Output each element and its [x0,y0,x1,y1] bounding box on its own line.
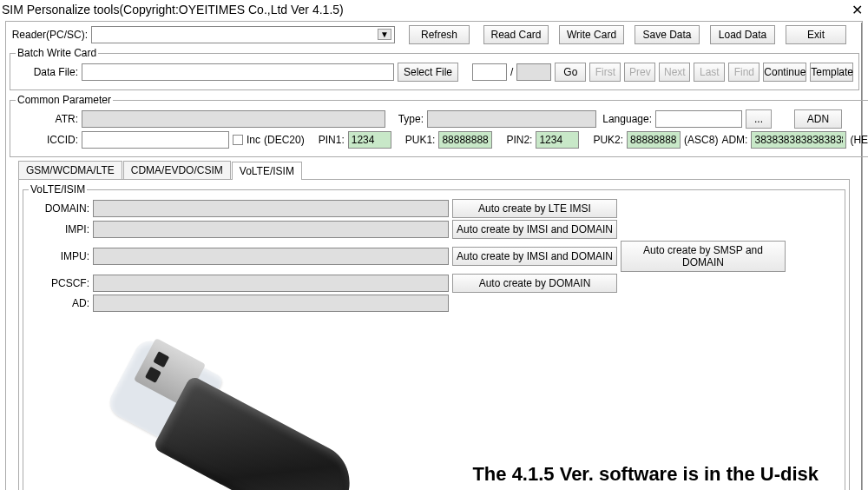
dec20-label: (DEC20) [264,134,305,146]
last-button[interactable]: Last [694,63,725,82]
pin2-label: PIN2: [506,134,532,146]
tab-cdma[interactable]: CDMA/EVDO/CSIM [123,161,231,179]
data-file-input[interactable] [82,63,394,81]
atr-label: ATR: [16,113,78,125]
pin1-input[interactable] [348,131,391,149]
batch-to-input [516,63,551,81]
volte-fieldset: VoLTE/ISIM DOMAIN: Auto create by LTE IM… [23,183,845,490]
main-panel: Reader(PC/SC): Refresh Read Card Write C… [5,21,863,490]
window-title: SIM Personalize tools(Copyright:OYEITIME… [2,3,344,17]
puk2-label: PUK2: [593,134,623,146]
atr-input [82,110,385,128]
asc8-label: (ASC8) [684,134,718,146]
tab-gsm[interactable]: GSM/WCDMA/LTE [18,161,122,179]
save-data-button[interactable]: Save Data [635,25,700,44]
adm-label: ADM: [721,134,747,146]
tab-bar: GSM/WCDMA/LTE CDMA/EVDO/CSIM VoLTE/ISIM [18,161,858,179]
pcscf-input[interactable] [93,275,449,292]
load-data-button[interactable]: Load Data [710,25,775,44]
domain-input[interactable] [93,200,449,217]
read-card-button[interactable]: Read Card [483,25,549,44]
volte-legend: VoLTE/ISIM [29,183,87,195]
continue-button[interactable]: Continue [763,63,806,82]
language-browse-button[interactable]: ... [746,109,772,129]
prev-button[interactable]: Prev [624,63,655,82]
reader-label: Reader(PC/SC): [10,29,88,41]
write-card-button[interactable]: Write Card [559,25,624,44]
impu-auto-button-1[interactable]: Auto create by IMSI and DOMAIN [452,247,617,266]
iccid-input[interactable] [82,131,229,149]
ad-label: AD: [29,297,89,309]
reader-dropdown[interactable] [91,26,395,43]
hex-label: (HEX16/8) [850,134,868,146]
language-label: Language: [600,113,652,125]
pin1-label: PIN1: [319,134,345,146]
type-input [427,110,596,128]
exit-button[interactable]: Exit [786,25,846,44]
refresh-button[interactable]: Refresh [409,25,470,44]
impu-label: IMPU: [29,250,89,262]
next-button[interactable]: Next [659,63,690,82]
find-button[interactable]: Find [728,63,760,82]
domain-label: DOMAIN: [29,202,89,215]
footer-text: The 4.1.5 Ver. software is in the U-disk [472,463,819,486]
go-button[interactable]: Go [555,63,586,82]
puk1-label: PUK1: [405,134,436,146]
common-legend: Common Parameter [16,94,113,106]
language-input[interactable] [655,110,742,128]
impu-input[interactable] [93,248,449,265]
tab-content: VoLTE/ISIM DOMAIN: Auto create by LTE IM… [18,179,850,490]
template-button[interactable]: Template [810,63,853,82]
type-label: Type: [389,113,424,125]
puk1-input[interactable] [438,131,492,149]
batch-fieldset: Batch Write Card Data File: Select File … [10,47,859,90]
inc-label: Inc [247,134,260,146]
impi-input[interactable] [93,221,449,238]
usb-drive-image [89,322,341,490]
close-icon[interactable]: ✕ [852,2,863,18]
iccid-label: ICCID: [16,134,78,146]
data-file-label: Data File: [16,66,78,78]
adm-input[interactable] [751,131,846,149]
batch-from-input[interactable] [472,63,507,81]
puk2-input[interactable] [627,131,681,149]
impi-auto-button[interactable]: Auto create by IMSI and DOMAIN [452,220,617,239]
pcscf-label: PCSCF: [29,277,89,289]
pcscf-auto-button[interactable]: Auto create by DOMAIN [452,274,617,293]
pin2-input[interactable] [536,131,579,149]
domain-auto-button[interactable]: Auto create by LTE IMSI [452,199,617,218]
first-button[interactable]: First [589,63,621,82]
ad-input[interactable] [93,295,449,312]
impi-label: IMPI: [29,223,89,235]
select-file-button[interactable]: Select File [398,63,458,82]
impu-auto-button-2[interactable]: Auto create by SMSP and DOMAIN [621,241,786,272]
adn-button[interactable]: ADN [794,109,842,129]
common-fieldset: Common Parameter ATR: Type: Language: ..… [10,94,868,157]
tab-volte[interactable]: VoLTE/ISIM [232,162,302,180]
batch-legend: Batch Write Card [16,47,98,59]
slash-label: / [510,66,513,78]
inc-checkbox[interactable] [233,135,243,145]
